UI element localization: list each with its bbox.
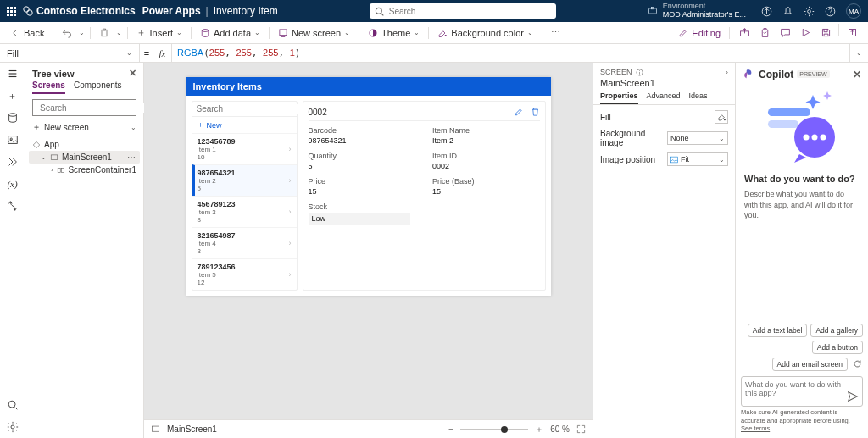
zoom-out[interactable]: − bbox=[448, 424, 453, 434]
copilot-chip[interactable]: Add a gallery bbox=[810, 324, 863, 337]
paste-button[interactable] bbox=[96, 26, 113, 40]
list-item[interactable]: 987654321Item 25› bbox=[192, 164, 297, 196]
app-name[interactable]: Power Apps bbox=[142, 5, 201, 17]
app-launcher-icon[interactable] bbox=[7, 7, 16, 16]
fit-screen-icon[interactable] bbox=[576, 424, 586, 434]
svg-rect-32 bbox=[61, 168, 64, 172]
settings-icon[interactable] bbox=[804, 6, 815, 17]
send-icon[interactable] bbox=[847, 391, 859, 402]
tree-node-more-icon[interactable]: ⋯ bbox=[127, 152, 136, 162]
svg-point-0 bbox=[24, 7, 29, 12]
media-pane-icon[interactable] bbox=[7, 134, 19, 146]
tree-node-screen[interactable]: ⌄MainScreen1⋯ bbox=[29, 151, 140, 164]
fx-icon[interactable]: fx bbox=[153, 44, 172, 62]
tab-properties[interactable]: Properties bbox=[600, 91, 638, 104]
svg-point-39 bbox=[724, 119, 726, 120]
refresh-suggestions-icon[interactable] bbox=[851, 358, 863, 370]
list-item[interactable]: 789123456Item 512› bbox=[192, 258, 297, 290]
undo-button[interactable] bbox=[58, 26, 75, 40]
list-item[interactable]: 321654987Item 43› bbox=[192, 227, 297, 258]
list-search[interactable] bbox=[192, 102, 297, 117]
paste-split[interactable]: ⌄ bbox=[116, 29, 122, 36]
copilot-textarea[interactable] bbox=[745, 380, 847, 397]
save-button[interactable] bbox=[816, 24, 835, 42]
tree-node-app[interactable]: App bbox=[29, 138, 140, 151]
tree-close-icon[interactable]: ✕ bbox=[129, 68, 136, 79]
tab-screens[interactable]: Screens bbox=[32, 80, 65, 94]
list-item[interactable]: 123456789Item 110› bbox=[192, 133, 297, 164]
global-search[interactable] bbox=[370, 3, 556, 19]
copilot-chip[interactable]: Add a button bbox=[812, 341, 863, 354]
zoom-slider[interactable] bbox=[460, 429, 528, 430]
copilot-heading: What do you want to do? bbox=[744, 174, 860, 184]
overflow-button[interactable]: ⋯ bbox=[548, 25, 564, 40]
theme-button[interactable]: Theme⌄ bbox=[364, 26, 423, 40]
preview-button[interactable] bbox=[796, 24, 815, 42]
zoom-in[interactable]: ＋ bbox=[535, 424, 543, 435]
app-checker-button[interactable] bbox=[755, 24, 774, 42]
list-search-input[interactable] bbox=[197, 104, 304, 114]
info-icon[interactable] bbox=[636, 69, 643, 76]
global-search-input[interactable] bbox=[389, 7, 551, 16]
prop-imgpos-value[interactable]: Fit⌄ bbox=[667, 152, 728, 166]
item-list: ＋New 123456789Item 110›987654321Item 25›… bbox=[192, 101, 298, 291]
copilot-suggestions: Add a text labelAdd a galleryAdd a butto… bbox=[736, 319, 868, 376]
editing-mode[interactable]: Editing bbox=[675, 26, 724, 40]
tree-search-input[interactable] bbox=[40, 103, 147, 113]
svg-point-27 bbox=[10, 425, 14, 429]
copilot-footer: Make sure AI-generated content is accura… bbox=[736, 408, 868, 438]
back-button[interactable]: Back bbox=[7, 26, 47, 40]
panel-expand-icon[interactable]: › bbox=[726, 69, 728, 76]
share-button[interactable] bbox=[735, 24, 754, 42]
user-avatar[interactable]: MA bbox=[846, 3, 861, 19]
property-selector[interactable]: Fill⌄ bbox=[0, 44, 140, 63]
search-pane-icon[interactable] bbox=[7, 399, 19, 411]
app-screen[interactable]: Inventory Items ＋New 123456789Item 110›9… bbox=[186, 77, 551, 296]
notifications-icon[interactable] bbox=[782, 6, 793, 17]
new-screen-button[interactable]: New screen⌄ bbox=[275, 26, 353, 40]
prop-bgimage-value[interactable]: None⌄ bbox=[667, 131, 728, 145]
list-item[interactable]: 456789123Item 38› bbox=[192, 196, 297, 227]
data-pane-icon[interactable] bbox=[7, 112, 19, 124]
power-automate-icon[interactable] bbox=[7, 156, 19, 168]
comments-button[interactable] bbox=[776, 24, 794, 42]
copilot-chip[interactable]: Add a text label bbox=[748, 324, 808, 337]
tree-node-container[interactable]: ›ScreenContainer1 bbox=[29, 164, 140, 176]
svg-rect-41 bbox=[768, 108, 810, 116]
tree-view-icon[interactable] bbox=[7, 68, 19, 80]
formula-input[interactable]: RGBA(255, 255, 255, 1) bbox=[172, 47, 300, 58]
tab-ideas[interactable]: Ideas bbox=[689, 91, 708, 104]
copilot-hero bbox=[736, 86, 868, 170]
advanced-tools-icon[interactable] bbox=[7, 200, 19, 212]
edit-icon[interactable] bbox=[514, 107, 524, 117]
canvas[interactable]: Inventory Items ＋New 123456789Item 110›9… bbox=[144, 63, 593, 419]
undo-split[interactable]: ⌄ bbox=[79, 29, 85, 36]
help-icon[interactable] bbox=[825, 6, 836, 17]
list-new-button[interactable]: ＋New bbox=[192, 117, 297, 133]
copilot-close-icon[interactable]: ✕ bbox=[853, 69, 861, 80]
delete-icon[interactable] bbox=[531, 107, 540, 117]
formula-expand[interactable]: ⌄ bbox=[849, 44, 868, 62]
brand-logo-icon bbox=[23, 6, 33, 16]
tab-components[interactable]: Components bbox=[74, 80, 122, 94]
environment-picker[interactable]: EnvironmentMOD Administrator's E... bbox=[648, 3, 746, 19]
publish-icon[interactable] bbox=[761, 6, 772, 17]
copilot-chip[interactable]: Add an email screen bbox=[772, 358, 849, 371]
tab-advanced[interactable]: Advanced bbox=[647, 91, 681, 104]
settings-pane-icon[interactable] bbox=[7, 421, 19, 433]
app-breadcrumb: Power Apps | Inventory Item bbox=[142, 5, 278, 17]
copilot-terms-link[interactable]: See terms bbox=[741, 424, 770, 432]
item-detail: 0002 Barcode987654321 Item NameItem 2 Qu… bbox=[303, 101, 546, 291]
publish-button[interactable] bbox=[843, 24, 861, 42]
copilot-input[interactable] bbox=[741, 376, 863, 407]
tree-new-screen[interactable]: ＋New screen⌄ bbox=[25, 119, 143, 135]
footer-screen-name[interactable]: MainScreen1 bbox=[167, 424, 217, 434]
bg-color-button[interactable]: Background color⌄ bbox=[434, 26, 537, 40]
add-data-button[interactable]: Add data⌄ bbox=[197, 26, 264, 40]
prop-fill-value[interactable] bbox=[715, 110, 728, 124]
insert-button[interactable]: ＋Insert⌄ bbox=[133, 25, 186, 41]
image-icon bbox=[670, 156, 678, 164]
tree-search[interactable] bbox=[32, 99, 136, 116]
variables-icon[interactable]: (x) bbox=[7, 178, 19, 190]
insert-pane-icon[interactable]: ＋ bbox=[7, 90, 19, 102]
